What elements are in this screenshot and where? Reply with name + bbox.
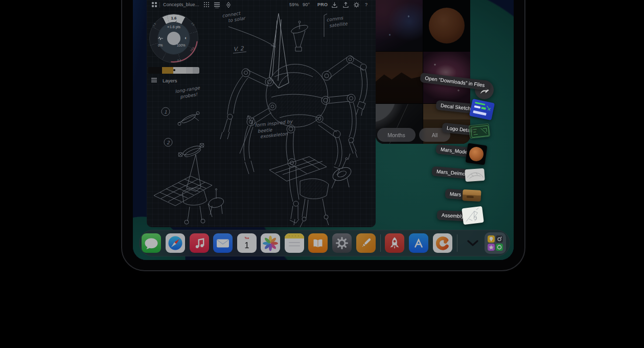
- ipad-screen: 1 2 connect to solar comms satellite V. …: [133, 0, 514, 260]
- stage: 1 2 connect to solar comms satellite V. …: [0, 0, 644, 348]
- mars-landscape-mark: [467, 195, 474, 198]
- drop-tooltip: Open “Downloads” in Files: [420, 73, 490, 91]
- drag-layer: Open “Downloads” in Files Decal Sketches…: [133, 0, 514, 260]
- drag-thumb-mars-deimos[interactable]: [465, 168, 485, 182]
- drag-thumb-mars-model[interactable]: [466, 143, 488, 165]
- wallpaper: 1 2 connect to solar comms satellite V. …: [133, 0, 514, 260]
- drag-thumb-assembly[interactable]: [462, 206, 484, 225]
- assembly-sketch: [462, 206, 484, 225]
- drag-thumb-mars[interactable]: [462, 189, 481, 202]
- drag-thumb-decal-sketches[interactable]: [469, 99, 495, 120]
- mars-model-sphere: [468, 146, 485, 162]
- deimos-sketch: [465, 168, 485, 182]
- drag-thumb-logo-detail[interactable]: [469, 123, 490, 139]
- logo-art: [469, 124, 490, 139]
- decal-art: [469, 99, 495, 120]
